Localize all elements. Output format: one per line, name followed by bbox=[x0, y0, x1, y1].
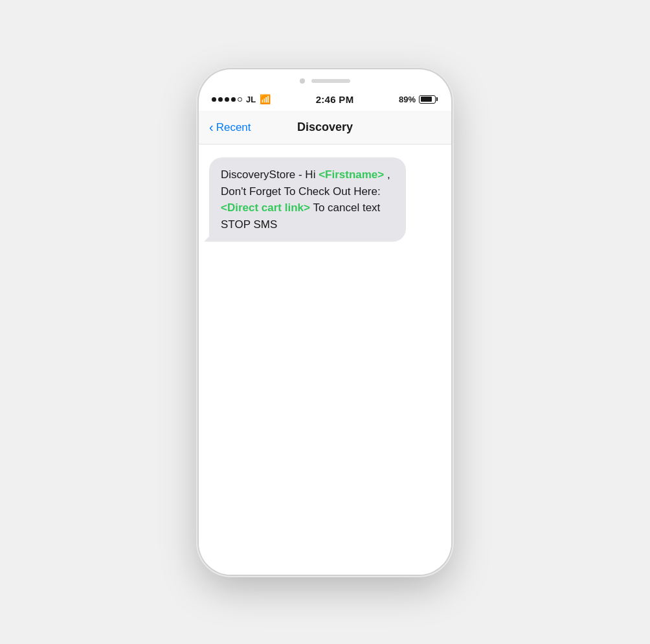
camera-dot bbox=[300, 78, 305, 84]
status-right: 89% bbox=[399, 95, 436, 104]
phone-mockup: JL 📶 2:46 PM 89% ‹ Recent Discovery Disc… bbox=[199, 69, 451, 575]
wifi-icon: 📶 bbox=[260, 94, 271, 104]
firstname-placeholder: <Firstname> bbox=[319, 168, 384, 181]
signal-dot-2 bbox=[218, 97, 223, 102]
signal-dot-4 bbox=[231, 97, 236, 102]
message-area: DiscoveryStore - Hi <Firstname> , Don't … bbox=[199, 144, 451, 575]
battery-box bbox=[419, 95, 436, 104]
battery-percent-label: 89% bbox=[399, 95, 416, 104]
message-bubble: DiscoveryStore - Hi <Firstname> , Don't … bbox=[209, 157, 406, 242]
back-chevron-icon: ‹ bbox=[209, 121, 214, 133]
back-button[interactable]: ‹ Recent bbox=[209, 121, 286, 134]
phone-top-decor bbox=[199, 69, 451, 87]
signal-dot-5 bbox=[238, 97, 242, 102]
carrier-label: JL bbox=[246, 95, 256, 104]
back-button-label: Recent bbox=[216, 121, 251, 134]
speaker-bar bbox=[311, 79, 350, 83]
cart-link-placeholder: <Direct cart link> bbox=[221, 201, 310, 214]
signal-dot-3 bbox=[225, 97, 229, 102]
navigation-bar: ‹ Recent Discovery bbox=[199, 111, 451, 144]
status-left: JL 📶 bbox=[212, 94, 271, 104]
battery-icon bbox=[419, 95, 436, 104]
message-text-prefix: DiscoveryStore - Hi bbox=[221, 168, 319, 181]
nav-title: Discovery bbox=[286, 121, 363, 134]
status-time: 2:46 PM bbox=[316, 94, 354, 105]
battery-fill bbox=[421, 97, 432, 102]
status-bar: JL 📶 2:46 PM 89% bbox=[199, 87, 451, 111]
signal-dots bbox=[212, 97, 242, 102]
signal-dot-1 bbox=[212, 97, 216, 102]
